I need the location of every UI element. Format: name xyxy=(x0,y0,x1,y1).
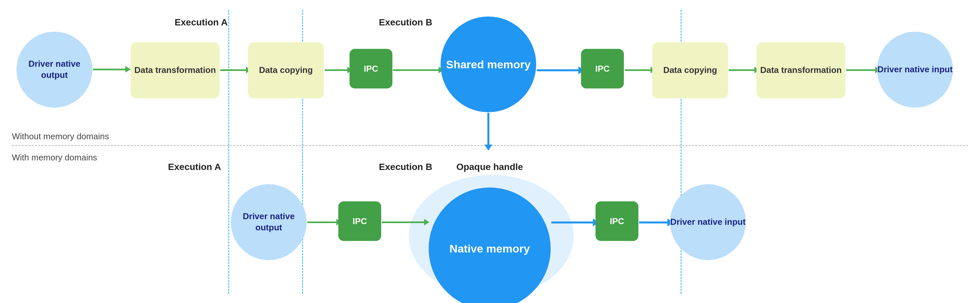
exec-b-label-top: Execution B xyxy=(363,17,449,28)
exec-a-label-top: Execution A xyxy=(158,17,244,28)
arrow-3 xyxy=(325,69,348,71)
shared-memory: Shared memory xyxy=(441,16,536,112)
with-memory-domains-label: With memory domains xyxy=(12,153,97,163)
ipc-bot-2: IPC xyxy=(595,201,638,241)
native-memory: Native memory xyxy=(429,188,550,303)
ipc-bot-1: IPC xyxy=(338,201,381,241)
diagram: Without memory domains With memory domai… xyxy=(0,0,980,303)
driver-native-output-bot: Driver native output xyxy=(231,184,307,260)
driver-native-output-top: Driver native output xyxy=(16,32,92,108)
vline-left xyxy=(228,10,229,294)
arrow-shared-down xyxy=(487,113,489,146)
arrow-2 xyxy=(220,69,247,71)
arrow-7 xyxy=(729,69,755,71)
arrow-bot-1 xyxy=(307,222,337,223)
data-transformation-2: Data transformation xyxy=(756,42,845,98)
arrow-4 xyxy=(393,69,439,71)
data-copying-2: Data copying xyxy=(652,42,728,98)
opaque-handle-label: Opaque handle xyxy=(442,162,538,172)
arrow-5 xyxy=(537,69,580,71)
data-transformation-1: Data transformation xyxy=(130,42,220,98)
arrow-bot-3 xyxy=(551,222,594,223)
arrow-8 xyxy=(846,69,876,71)
driver-native-input-bot: Driver native input xyxy=(670,184,746,260)
driver-native-input-top: Driver native input xyxy=(877,32,953,108)
arrow-bot-2 xyxy=(382,222,425,223)
exec-b-label-bot: Execution B xyxy=(363,162,449,172)
exec-a-label-bot: Execution A xyxy=(152,162,237,172)
ipc-1: IPC xyxy=(350,49,392,88)
arrow-bot-4 xyxy=(639,222,669,223)
data-copying-1: Data copying xyxy=(248,42,324,98)
without-memory-domains-label: Without memory domains xyxy=(12,131,109,142)
arrow-1 xyxy=(93,69,126,70)
ipc-2: IPC xyxy=(581,49,624,88)
arrow-6 xyxy=(625,69,651,71)
